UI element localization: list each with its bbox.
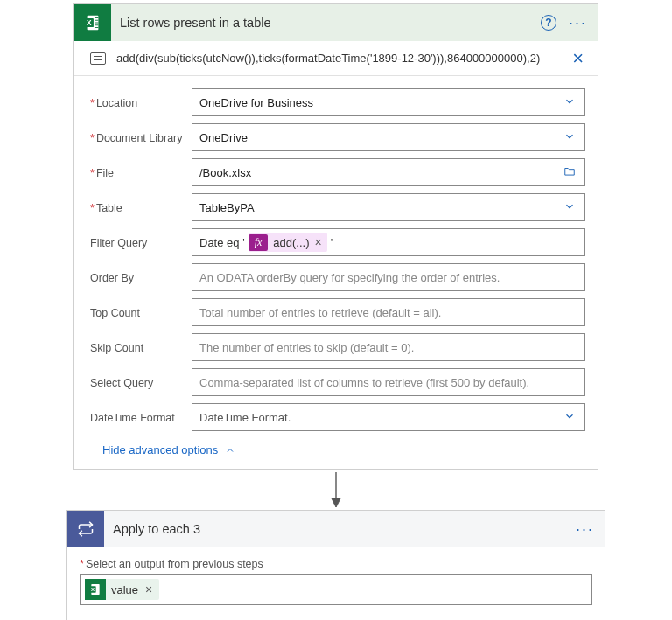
chevron-down-icon[interactable] [562,200,578,215]
chevron-down-icon[interactable] [562,95,578,110]
documentlibrary-dropdown[interactable]: OneDrive [192,123,585,151]
selectquery-placeholder: Comma-separated list of columns to retri… [200,376,578,389]
fx-icon: fx [248,234,269,251]
value-token[interactable]: X value × [85,579,159,600]
skipcount-placeholder: The number of entries to skip (default =… [200,341,578,354]
file-picker[interactable]: /Book.xlsx [192,158,585,186]
step-header-list-rows[interactable]: X List rows present in a table ? ··· [74,4,598,41]
label-orderby: Order By [90,272,134,284]
topcount-placeholder: Total number of entries to retrieve (def… [200,306,578,319]
hide-advanced-link[interactable]: Hide advanced options [90,431,585,458]
step-list-rows: X List rows present in a table ? ··· add… [74,3,598,470]
topcount-input[interactable]: Total number of entries to retrieve (def… [192,298,585,326]
label-topcount: Top Count [90,307,140,319]
more-icon[interactable]: ··· [576,521,594,537]
expression-label: add(...) [273,236,309,249]
datetimeformat-dropdown[interactable]: DateTime Format. [192,403,585,431]
step-header-apply-each[interactable]: Apply to each 3 ··· [67,511,605,547]
step-title: List rows present in a table [111,16,541,30]
advanced-toggle-label: Hide advanced options [102,443,218,456]
value-token-label: value [111,583,138,596]
label-filterquery: Filter Query [90,237,147,249]
location-value: OneDrive for Business [200,96,562,109]
loop-icon [67,511,104,547]
label-doclib: Document Library [96,132,183,144]
chevron-up-icon [225,445,235,456]
filterquery-suffix: ' [331,236,332,249]
skipcount-input[interactable]: The number of entries to skip (default =… [192,333,585,361]
filterquery-input[interactable]: Date eq ' fx add(...) × ' [192,228,585,256]
expression-token[interactable]: fx add(...) × [248,233,327,252]
flow-arrow-icon [0,470,672,510]
more-icon[interactable]: ··· [569,15,587,31]
label-datetimeformat: DateTime Format [90,412,175,424]
table-value: TableByPA [200,201,562,214]
label-location: Location [96,97,137,109]
close-icon[interactable]: × [570,44,585,73]
step-apply-to-each: Apply to each 3 ··· *Select an output fr… [66,510,606,620]
svg-marker-9 [332,498,340,507]
remove-token-icon[interactable]: × [145,582,152,596]
chevron-down-icon[interactable] [562,130,578,145]
folder-icon[interactable] [562,165,578,180]
chevron-down-icon[interactable] [562,410,578,425]
file-value: /Book.xlsx [200,166,562,179]
excel-icon: X [85,579,106,600]
filterquery-prefix: Date eq ' [200,236,245,249]
select-output-input[interactable]: X value × [80,574,592,605]
help-icon[interactable]: ? [541,15,556,31]
selectquery-input[interactable]: Comma-separated list of columns to retri… [192,368,585,396]
step-title: Apply to each 3 [104,522,576,536]
svg-text:X: X [91,587,94,592]
table-dropdown[interactable]: TableByPA [192,193,585,221]
label-file: File [96,167,114,179]
location-dropdown[interactable]: OneDrive for Business [192,88,585,116]
peek-code-text: add(div(sub(ticks(utcNow()),ticks(format… [116,52,570,65]
select-output-label: Select an output from previous steps [86,558,263,570]
excel-icon: X [74,4,111,41]
orderby-placeholder: An ODATA orderBy query for specifying th… [200,271,578,284]
orderby-input[interactable]: An ODATA orderBy query for specifying th… [192,263,585,291]
peek-code-icon [90,52,106,65]
label-table: Table [96,202,122,214]
svg-text:X: X [87,19,92,27]
datetimeformat-value: DateTime Format. [200,411,562,424]
documentlibrary-value: OneDrive [200,131,562,144]
label-selectquery: Select Query [90,377,153,389]
label-skipcount: Skip Count [90,342,144,354]
remove-token-icon[interactable]: × [315,235,322,249]
peek-code-bar: add(div(sub(ticks(utcNow()),ticks(format… [74,41,598,76]
